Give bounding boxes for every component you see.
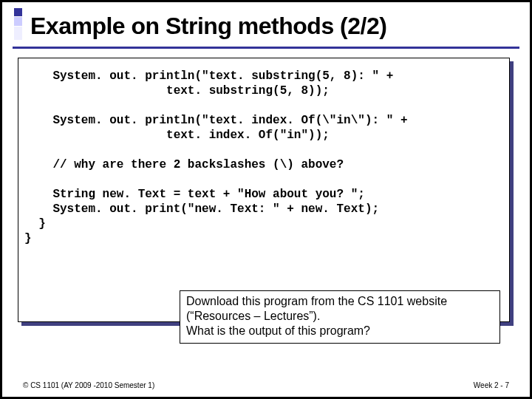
slide-title: Example on String methods (2/2): [30, 13, 386, 40]
code-line: text. index. Of("in"));: [24, 129, 330, 142]
note-line: (“Resources – Lectures”).: [186, 309, 494, 324]
note-box: Download this program from the CS 1101 w…: [180, 290, 500, 344]
title-underline: [13, 47, 519, 49]
slide: Example on String methods (2/2) System. …: [2, 2, 530, 397]
code-line: // why are there 2 backslashes (\) above…: [24, 158, 344, 171]
code-line: System. out. println("text. index. Of(\"…: [24, 114, 407, 127]
code-line: text. substring(5, 8));: [24, 84, 330, 98]
accent-decoration: [14, 8, 22, 51]
note-line: What is the output of this program?: [186, 324, 494, 338]
code-line: System. out. print("new. Text: " + new. …: [24, 202, 379, 216]
code-line: String new. Text = text + "How about you…: [24, 188, 365, 201]
note-line: Download this program from the CS 1101 w…: [186, 294, 494, 309]
code-line: }: [24, 217, 46, 231]
footer-left: © CS 1101 (AY 2009 -2010 Semester 1): [23, 381, 154, 389]
code-line: System. out. println("text. substring(5,…: [24, 69, 393, 83]
code-line: }: [24, 232, 32, 245]
footer-right: Week 2 - 7: [474, 381, 509, 389]
code-panel: System. out. println("text. substring(5,…: [18, 58, 510, 322]
